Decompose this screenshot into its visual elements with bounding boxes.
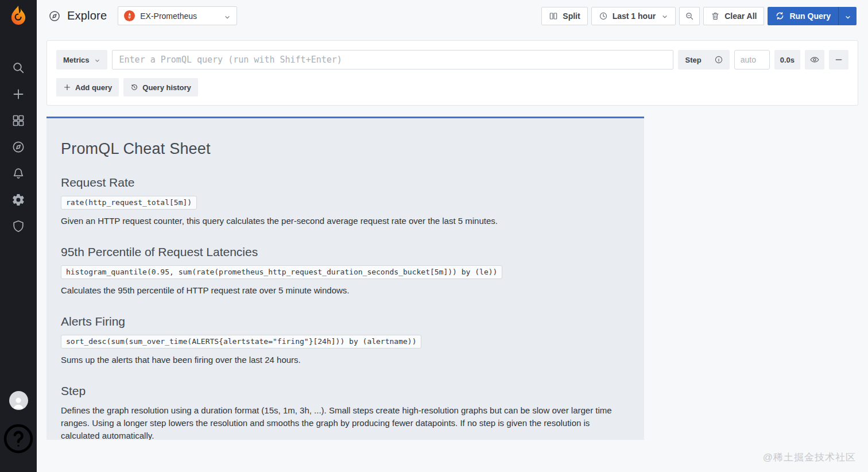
cheat-sheet-section: Alerts Firing sort_desc(sum(sum_over_tim…	[61, 315, 630, 366]
query-mode-label: Metrics	[63, 56, 90, 64]
step-label: Step	[685, 56, 702, 64]
plus-icon[interactable]	[11, 87, 25, 101]
query-duration-badge: 0.0s	[774, 50, 800, 69]
chevron-down-icon	[661, 13, 668, 20]
refresh-icon	[775, 11, 785, 21]
query-duration-value: 0.0s	[780, 56, 795, 64]
datasource-picker[interactable]: EX-Prometheus	[118, 6, 237, 25]
promql-cheat-sheet-panel: PromQL Cheat Sheet Request Rate rate(htt…	[46, 117, 644, 440]
prometheus-logo-icon	[124, 10, 135, 21]
sidebar-nav	[11, 61, 25, 233]
help-question-icon[interactable]	[0, 420, 37, 457]
cheat-sheet-section: Step Defines the graph resolution using …	[61, 384, 630, 440]
eye-icon	[809, 55, 820, 65]
query-mode-dropdown[interactable]: Metrics	[56, 50, 107, 69]
shield-icon[interactable]	[11, 219, 25, 233]
page-title: Explore	[67, 9, 107, 22]
compass-icon[interactable]	[11, 140, 25, 154]
promql-example-code[interactable]: histogram_quantile(0.95, sum(rate(promet…	[61, 265, 502, 279]
cheat-sheet-section: Request Rate rate(http_request_total[5m]…	[61, 176, 630, 227]
promql-example-code[interactable]: sort_desc(sum(sum_over_time(ALERTS{alert…	[61, 335, 421, 349]
search-icon[interactable]	[11, 61, 25, 75]
plus-icon	[63, 83, 71, 91]
watermark: @稀土掘金技术社区	[763, 451, 856, 464]
time-range-label: Last 1 hour	[613, 11, 656, 21]
run-query-dropdown-button[interactable]	[838, 7, 857, 25]
run-query-label: Run Query	[789, 11, 831, 21]
cheat-sheet-section: 95th Percentile of Request Latencies his…	[61, 245, 630, 297]
section-heading: 95th Percentile of Request Latencies	[61, 245, 630, 259]
section-heading: Alerts Firing	[61, 315, 630, 328]
gear-icon[interactable]	[11, 193, 25, 207]
grafana-logo[interactable]	[7, 5, 29, 26]
split-pane-icon	[549, 11, 558, 21]
section-heading: Step	[61, 384, 630, 398]
page-header: Explore EX-Prometheus	[37, 0, 868, 32]
section-description: Sums up the alerts that have been firing…	[61, 354, 630, 366]
section-heading: Request Rate	[61, 176, 630, 189]
user-avatar[interactable]	[9, 391, 28, 410]
zoom-out-icon	[685, 11, 694, 21]
chevron-down-icon	[94, 57, 100, 63]
header-toolbar: Split Last 1 hour	[541, 7, 857, 25]
query-row: Metrics Step 0.0s	[56, 50, 848, 69]
section-description: Defines the graph resolution using a dur…	[61, 404, 630, 440]
section-description: Given an HTTP request counter, this quer…	[61, 215, 630, 227]
trash-icon	[711, 11, 720, 21]
header-left: Explore EX-Prometheus	[48, 6, 237, 25]
dashboards-grid-icon[interactable]	[11, 114, 25, 127]
section-description: Calculates the 95th percentile of HTTP r…	[61, 284, 630, 297]
explore-page: Explore EX-Prometheus	[37, 0, 868, 472]
explore-compass-icon	[48, 10, 61, 22]
clock-icon	[599, 11, 608, 21]
bell-icon[interactable]	[11, 167, 25, 180]
split-label: Split	[563, 11, 580, 21]
nav-sidebar	[0, 0, 37, 472]
run-query-button-group: Run Query	[768, 7, 857, 25]
add-query-button[interactable]: Add query	[56, 78, 119, 96]
datasource-selected-label: EX-Prometheus	[140, 11, 197, 21]
clear-all-label: Clear All	[724, 11, 757, 21]
toggle-query-visibility-button[interactable]	[805, 50, 824, 69]
split-button[interactable]: Split	[541, 7, 587, 25]
info-circle-icon[interactable]	[714, 55, 723, 64]
step-field-label: Step	[678, 50, 730, 69]
minus-icon	[834, 55, 843, 64]
chevron-down-icon	[224, 13, 231, 20]
explore-content: Metrics Step 0.0s	[37, 32, 868, 472]
query-history-label: Query history	[142, 83, 191, 92]
add-query-label: Add query	[75, 83, 112, 92]
step-input[interactable]	[734, 50, 770, 69]
run-query-button[interactable]: Run Query	[768, 7, 838, 25]
sidebar-bottom	[0, 391, 37, 457]
query-actions-row: Add query Query history	[56, 78, 848, 96]
time-range-picker[interactable]: Last 1 hour	[591, 7, 676, 25]
promql-query-input[interactable]	[112, 50, 673, 69]
zoom-out-button[interactable]	[679, 7, 700, 25]
clear-all-button[interactable]: Clear All	[703, 7, 764, 25]
promql-example-code[interactable]: rate(http_request_total[5m])	[61, 196, 197, 210]
query-history-button[interactable]: Query history	[123, 78, 198, 96]
history-icon	[130, 83, 138, 91]
chevron-down-icon	[844, 13, 851, 20]
query-editor-card: Metrics Step 0.0s	[46, 40, 858, 106]
cheat-sheet-title: PromQL Cheat Sheet	[61, 140, 630, 158]
remove-query-button[interactable]	[829, 50, 848, 69]
